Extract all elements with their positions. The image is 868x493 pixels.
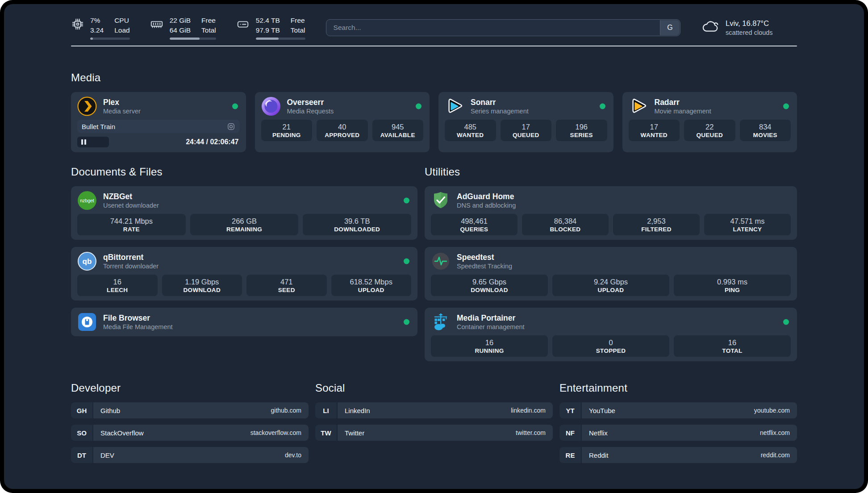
search-input[interactable] bbox=[326, 19, 680, 36]
cpu-load-label: Load bbox=[114, 25, 129, 35]
section-heading-developer: Developer bbox=[71, 382, 309, 394]
card-adguard[interactable]: AdGuard Home DNS and adblocking 498,461Q… bbox=[425, 186, 797, 240]
player-progress-bar[interactable]: 24:44 / 02:06:47 bbox=[77, 136, 240, 148]
memory-stat: 22 GiB 64 GiB Free Total bbox=[150, 16, 216, 40]
memory-free-value: 22 GiB bbox=[170, 16, 191, 25]
window-frame: 7% 3.24 CPU Load bbox=[0, 0, 868, 493]
stat-tile: 471SEED bbox=[246, 275, 327, 296]
bookmark-name: Reddit bbox=[589, 451, 608, 459]
service-name: Radarr bbox=[655, 97, 711, 108]
cpu-progress-fill bbox=[90, 38, 93, 40]
memory-progress-track bbox=[170, 38, 216, 40]
bookmark-domain: reddit.com bbox=[761, 451, 790, 459]
bookmark-name: DEV bbox=[100, 451, 114, 459]
service-name: AdGuard Home bbox=[457, 192, 516, 202]
service-description: Usenet downloader bbox=[103, 201, 159, 210]
service-name: Overseerr bbox=[287, 97, 334, 108]
card-plex[interactable]: Plex Media server Bullet Train bbox=[71, 92, 246, 152]
stat-tile: 21PENDING bbox=[261, 120, 313, 141]
pause-icon bbox=[81, 139, 83, 145]
status-dot bbox=[600, 104, 605, 109]
cpu-stat: 7% 3.24 CPU Load bbox=[71, 16, 130, 40]
stat-tile: 17WANTED bbox=[629, 120, 680, 141]
status-dot bbox=[416, 104, 421, 109]
player-info-icon[interactable] bbox=[227, 122, 235, 131]
stat-tile: 16LEECH bbox=[77, 275, 158, 296]
portainer-icon bbox=[431, 312, 451, 332]
status-dot bbox=[783, 319, 789, 325]
bookmark-netflix[interactable]: NF Netflixnetflix.com bbox=[559, 425, 797, 441]
storage-free-label: Free bbox=[291, 16, 305, 25]
stat-tile: 16RUNNING bbox=[431, 335, 548, 357]
service-description: Series management bbox=[471, 107, 529, 116]
stat-tile: 744.21 MbpsRATE bbox=[77, 214, 186, 235]
card-radarr[interactable]: Radarr Movie management 17WANTED 22QUEUE… bbox=[622, 92, 797, 152]
card-filebrowser[interactable]: File Browser Media File Management bbox=[71, 308, 417, 336]
speedtest-icon bbox=[431, 251, 451, 271]
player-progress-fill bbox=[77, 137, 109, 147]
bookmark-abbr: LI bbox=[315, 402, 337, 418]
card-overseerr[interactable]: Overseerr Media Requests 21PENDING 40APP… bbox=[255, 92, 430, 152]
card-portainer[interactable]: Media Portainer Container management 16R… bbox=[425, 308, 797, 361]
card-qbittorrent[interactable]: qb qBittorrent Torrent downloader 16LEEC… bbox=[71, 247, 417, 301]
plex-icon bbox=[77, 96, 97, 116]
storage-progress-fill bbox=[256, 38, 279, 40]
bookmark-domain: stackoverflow.com bbox=[250, 429, 301, 436]
search-engine-button[interactable]: G bbox=[660, 20, 680, 35]
bookmark-name: YouTube bbox=[589, 407, 615, 414]
stat-tile: 9.24 GbpsUPLOAD bbox=[552, 275, 669, 296]
card-speedtest[interactable]: Speedtest Speedtest Tracking 9.65 GbpsDO… bbox=[425, 247, 797, 301]
service-description: Speedtest Tracking bbox=[457, 262, 512, 271]
bookmark-github[interactable]: GH Githubgithub.com bbox=[71, 402, 309, 418]
bookmark-name: Twitter bbox=[345, 429, 364, 437]
service-name: qBittorrent bbox=[103, 252, 159, 263]
adguard-icon bbox=[431, 191, 451, 210]
card-sonarr[interactable]: Sonarr Series management 485WANTED 17QUE… bbox=[438, 92, 613, 152]
stat-tile: 498,461QUERIES bbox=[431, 214, 517, 235]
memory-total-label: Total bbox=[201, 25, 216, 35]
stat-tile: 47.571 msLATENCY bbox=[704, 214, 791, 235]
cpu-value: 7% bbox=[90, 16, 104, 25]
service-description: Media server bbox=[103, 107, 141, 116]
section-heading-media: Media bbox=[71, 71, 797, 84]
storage-total-label: Total bbox=[291, 25, 305, 35]
service-description: DNS and adblocking bbox=[457, 201, 516, 210]
status-dot bbox=[232, 104, 238, 109]
bookmark-twitter[interactable]: TW Twittertwitter.com bbox=[315, 425, 553, 441]
filebrowser-icon bbox=[77, 312, 97, 332]
service-name: Media Portainer bbox=[457, 313, 525, 323]
bookmark-dev[interactable]: DT DEVdev.to bbox=[71, 447, 309, 463]
bookmark-domain: dev.to bbox=[285, 451, 301, 459]
now-playing-row: Bullet Train bbox=[77, 120, 240, 133]
bookmark-domain: linkedin.com bbox=[511, 407, 546, 414]
stat-tile: 196SERIES bbox=[556, 120, 607, 141]
stat-tile: 0STOPPED bbox=[552, 335, 669, 357]
bookmark-stackoverflow[interactable]: SO StackOverflowstackoverflow.com bbox=[71, 425, 309, 441]
stat-tile: 834MOVIES bbox=[740, 120, 791, 141]
storage-total-value: 97.9 TB bbox=[256, 25, 280, 35]
topbar: 7% 3.24 CPU Load bbox=[71, 4, 797, 40]
bookmark-abbr: NF bbox=[559, 425, 581, 441]
weather-location-temp: Lviv, 16.87°C bbox=[726, 18, 773, 28]
section-heading-documents: Documents & Files bbox=[71, 166, 417, 178]
bookmark-reddit[interactable]: RE Redditreddit.com bbox=[559, 447, 797, 463]
stat-tile: 9.65 GbpsDOWNLOAD bbox=[431, 275, 548, 296]
bookmark-abbr: YT bbox=[559, 402, 581, 418]
system-stats: 7% 3.24 CPU Load bbox=[71, 16, 305, 40]
bookmark-youtube[interactable]: YT YouTubeyoutube.com bbox=[559, 402, 797, 418]
bookmark-linkedin[interactable]: LI LinkedInlinkedin.com bbox=[315, 402, 553, 418]
bookmark-abbr: GH bbox=[71, 402, 92, 418]
status-dot bbox=[404, 259, 409, 264]
bookmark-name: Github bbox=[100, 407, 120, 414]
bookmark-name: StackOverflow bbox=[100, 429, 144, 437]
service-name: Plex bbox=[103, 97, 141, 108]
storage-progress-track bbox=[256, 38, 305, 40]
stat-tile: 485WANTED bbox=[445, 120, 496, 141]
bookmark-domain: netflix.com bbox=[760, 429, 790, 436]
dashboard: 7% 3.24 CPU Load bbox=[4, 4, 864, 489]
storage-free-value: 52.4 TB bbox=[256, 16, 280, 25]
topbar-divider bbox=[71, 46, 797, 46]
bookmark-group-developer: Developer GH Githubgithub.com SO StackOv… bbox=[71, 382, 309, 463]
sonarr-icon bbox=[445, 96, 464, 116]
card-nzbget[interactable]: nzbget NZBGet Usenet downloader 744.21 M… bbox=[71, 186, 417, 240]
